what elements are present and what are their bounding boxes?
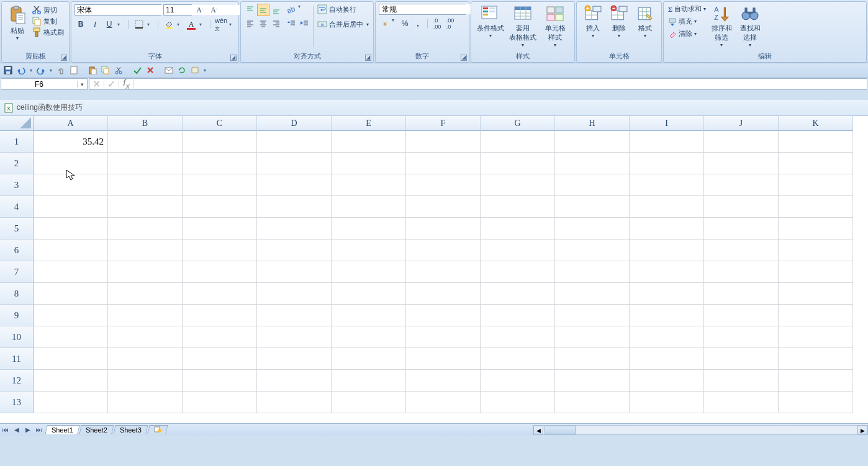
- cell[interactable]: [481, 240, 555, 261]
- cell[interactable]: [406, 240, 481, 261]
- cell[interactable]: [406, 283, 481, 305]
- copy-button[interactable]: 复制: [32, 16, 64, 26]
- cell[interactable]: [704, 153, 779, 174]
- cell[interactable]: [704, 348, 779, 370]
- qat-undo-dd[interactable]: ▾: [29, 65, 34, 76]
- cell[interactable]: [555, 153, 630, 174]
- cell[interactable]: [257, 348, 332, 370]
- cell[interactable]: [406, 392, 481, 413]
- cell[interactable]: [34, 240, 108, 261]
- format-as-table-button[interactable]: 套用 表格格式▾: [507, 4, 539, 49]
- cell[interactable]: [779, 218, 853, 240]
- qat-check[interactable]: [132, 65, 143, 76]
- wrap-text-button[interactable]: 自动换行: [316, 4, 370, 15]
- align-center-button[interactable]: [257, 17, 269, 30]
- find-select-button[interactable]: 查找和 选择▾: [736, 4, 764, 49]
- column-header[interactable]: H: [555, 116, 630, 131]
- row-header[interactable]: 9: [0, 305, 34, 326]
- cell[interactable]: [704, 326, 779, 348]
- row-header[interactable]: 12: [0, 370, 34, 392]
- cell[interactable]: [257, 131, 332, 153]
- row-header[interactable]: 13: [0, 392, 34, 413]
- increase-decimal-button[interactable]: .0.00: [431, 17, 443, 30]
- insert-button[interactable]: 插入▾: [580, 4, 606, 40]
- cell[interactable]: [555, 305, 630, 326]
- qat-attach[interactable]: [55, 65, 66, 76]
- cell[interactable]: [34, 305, 108, 326]
- grid[interactable]: ABCDEFGHIJK135.422345678910111213: [0, 116, 868, 413]
- cell[interactable]: [183, 153, 257, 174]
- cell[interactable]: [555, 218, 630, 240]
- cell[interactable]: [704, 370, 779, 392]
- column-header[interactable]: A: [34, 116, 108, 131]
- row-header[interactable]: 3: [0, 174, 34, 196]
- cell[interactable]: [779, 131, 853, 153]
- cut-button[interactable]: 剪切: [32, 5, 64, 15]
- autosum-button[interactable]: Σ自动求和▾: [667, 4, 707, 14]
- alignment-dialog-launcher[interactable]: ◢: [365, 55, 371, 61]
- cell[interactable]: [630, 240, 704, 261]
- cell[interactable]: [332, 240, 406, 261]
- fill-color-dd[interactable]: ▾: [177, 22, 183, 27]
- cell[interactable]: [332, 283, 406, 305]
- qat-close[interactable]: [145, 65, 156, 76]
- cell[interactable]: [257, 218, 332, 240]
- cell[interactable]: [555, 174, 630, 196]
- cell[interactable]: [555, 348, 630, 370]
- column-header[interactable]: E: [332, 116, 406, 131]
- cell[interactable]: [630, 196, 704, 218]
- cell[interactable]: [183, 196, 257, 218]
- cell[interactable]: [704, 196, 779, 218]
- name-box[interactable]: F6▾: [1, 78, 88, 90]
- cell[interactable]: [183, 283, 257, 305]
- border-button[interactable]: [133, 18, 145, 30]
- font-name-combo[interactable]: ▾: [75, 4, 161, 16]
- row-header[interactable]: 7: [0, 261, 34, 283]
- number-dialog-launcher[interactable]: ◢: [461, 55, 467, 61]
- increase-font-button[interactable]: Aˆ: [194, 4, 206, 16]
- align-right-button[interactable]: [270, 17, 283, 30]
- cell[interactable]: [704, 131, 779, 153]
- cell[interactable]: [183, 392, 257, 413]
- cell[interactable]: [183, 348, 257, 370]
- cell[interactable]: [406, 305, 481, 326]
- row-header[interactable]: 1: [0, 131, 34, 153]
- cell[interactable]: [34, 283, 108, 305]
- cell[interactable]: [555, 392, 630, 413]
- cell[interactable]: [183, 240, 257, 261]
- cell[interactable]: [332, 153, 406, 174]
- cell[interactable]: [34, 392, 108, 413]
- cell[interactable]: [406, 196, 481, 218]
- cell[interactable]: [257, 174, 332, 196]
- cell[interactable]: [34, 153, 108, 174]
- column-header[interactable]: K: [779, 116, 853, 131]
- cell[interactable]: [332, 392, 406, 413]
- phonetic-button[interactable]: wén文: [215, 18, 227, 30]
- select-all-corner[interactable]: [0, 116, 34, 131]
- cell[interactable]: [481, 392, 555, 413]
- increase-indent-button[interactable]: [298, 17, 310, 30]
- font-color-button[interactable]: A: [185, 18, 197, 30]
- row-header[interactable]: 10: [0, 326, 34, 348]
- cell[interactable]: [779, 240, 853, 261]
- cell[interactable]: [779, 283, 853, 305]
- orientation-dd[interactable]: ▾: [298, 4, 304, 16]
- cell[interactable]: [630, 370, 704, 392]
- cell[interactable]: [481, 174, 555, 196]
- qat-new[interactable]: [68, 65, 79, 76]
- cell[interactable]: [108, 370, 183, 392]
- border-dd[interactable]: ▾: [147, 22, 153, 27]
- cell[interactable]: [332, 218, 406, 240]
- cell[interactable]: [34, 261, 108, 283]
- number-format-combo[interactable]: ▾: [379, 4, 466, 15]
- cell[interactable]: [108, 283, 183, 305]
- cell[interactable]: [108, 131, 183, 153]
- align-bottom-button[interactable]: [270, 4, 283, 16]
- cell[interactable]: [108, 348, 183, 370]
- cell[interactable]: [481, 261, 555, 283]
- cell[interactable]: [481, 283, 555, 305]
- tab-nav-next[interactable]: ▶: [22, 426, 34, 433]
- cell[interactable]: [183, 131, 257, 153]
- cell[interactable]: [34, 218, 108, 240]
- cell[interactable]: [779, 370, 853, 392]
